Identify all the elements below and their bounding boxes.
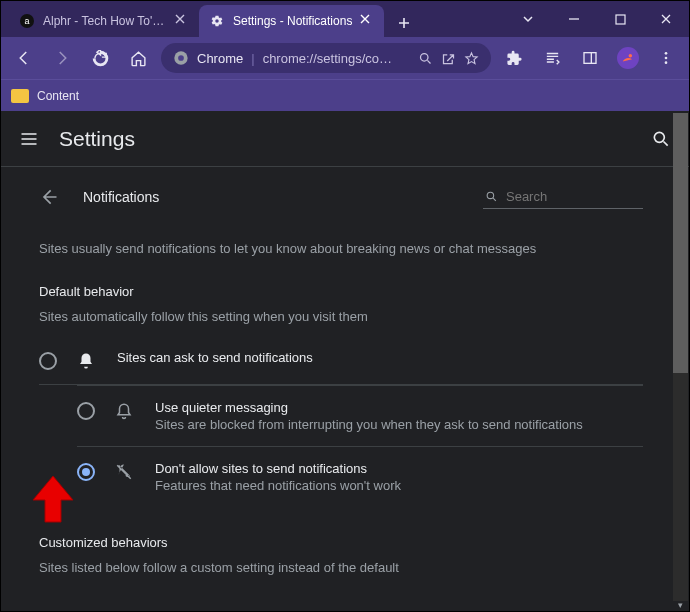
menu-icon[interactable] [651,43,681,73]
subpage-title: Notifications [83,189,159,205]
folder-icon [11,89,29,103]
scheme-label: Chrome [197,51,243,66]
window-controls [505,1,689,37]
section-default-behavior: Default behavior [39,284,643,299]
option-desc: Sites are blocked from interrupting you … [155,417,643,432]
search-icon [485,189,498,204]
svg-point-8 [665,52,668,55]
reading-list-icon[interactable] [537,43,567,73]
scrollbar[interactable] [673,113,688,601]
chrome-logo-icon [173,50,189,66]
bookmarks-bar: Content [1,79,689,111]
forward-button[interactable] [47,43,77,73]
back-arrow-icon[interactable] [39,187,59,207]
home-button[interactable] [123,43,153,73]
search-field[interactable] [483,185,643,209]
reload-button[interactable] [85,43,115,73]
svg-point-10 [665,61,668,64]
option-title: Sites can ask to send notifications [117,350,643,365]
search-input[interactable] [506,189,641,204]
radio-button[interactable] [39,352,57,370]
url-text: chrome://settings/co… [263,51,410,66]
search-icon[interactable] [651,129,671,149]
window-titlebar: a Alphr - Tech How To's & G Settings - N… [1,1,689,37]
svg-point-5 [421,53,429,61]
option-title: Use quieter messaging [155,400,643,415]
section-customized-desc: Sites listed below follow a custom setti… [39,560,643,575]
hamburger-icon[interactable] [19,129,39,149]
star-icon[interactable] [464,51,479,66]
svg-point-9 [665,57,668,60]
bell-outline-icon [115,402,135,420]
browser-toolbar: Chrome | chrome://settings/co… [1,37,689,79]
tab-title: Alphr - Tech How To's & G [43,14,167,28]
close-icon[interactable] [175,14,189,28]
svg-point-11 [654,132,664,142]
page-description: Sites usually send notifications to let … [39,241,643,256]
radio-button[interactable] [77,402,95,420]
option-quieter[interactable]: Use quieter messaging Sites are blocked … [77,386,643,447]
svg-rect-6 [584,53,596,64]
separator: | [251,51,254,66]
address-bar[interactable]: Chrome | chrome://settings/co… [161,43,491,73]
settings-header: Settings [1,111,689,167]
maximize-button[interactable] [597,1,643,37]
profile-avatar[interactable] [613,43,643,73]
svg-rect-2 [616,15,625,24]
zoom-icon[interactable] [418,51,433,66]
close-icon[interactable] [360,14,374,28]
settings-content: Notifications Sites usually send notific… [1,167,681,611]
svg-text:a: a [24,16,29,26]
chevron-down-icon[interactable] [505,1,551,37]
new-tab-button[interactable] [390,9,418,37]
tab-alphr[interactable]: a Alphr - Tech How To's & G [9,5,199,37]
favicon-alphr: a [19,13,35,29]
option-title: Don't allow sites to send notifications [155,461,643,476]
back-button[interactable] [9,43,39,73]
page-subheader: Notifications [1,167,681,221]
option-desc: Features that need notifications won't w… [155,478,643,493]
tab-title: Settings - Notifications [233,14,352,28]
tab-settings[interactable]: Settings - Notifications [199,5,384,37]
extensions-icon[interactable] [499,43,529,73]
section-default-behavior-desc: Sites automatically follow this setting … [39,309,643,324]
scrollbar-thumb[interactable] [673,113,688,373]
section-customized: Customized behaviors [39,535,643,550]
bell-off-icon [115,463,135,481]
svg-point-7 [629,54,633,58]
gear-icon [209,13,225,29]
page-title: Settings [59,127,135,151]
scroll-down-icon[interactable]: ▾ [673,600,688,610]
side-panel-icon[interactable] [575,43,605,73]
svg-point-12 [487,192,493,198]
close-window-button[interactable] [643,1,689,37]
option-ask[interactable]: Sites can ask to send notifications [39,336,643,385]
svg-point-4 [178,55,184,61]
option-dont-allow[interactable]: Don't allow sites to send notifications … [77,447,643,507]
share-icon[interactable] [441,51,456,66]
radio-button-selected[interactable] [77,463,95,481]
minimize-button[interactable] [551,1,597,37]
bell-icon [77,352,97,370]
bookmark-item[interactable]: Content [37,89,79,103]
